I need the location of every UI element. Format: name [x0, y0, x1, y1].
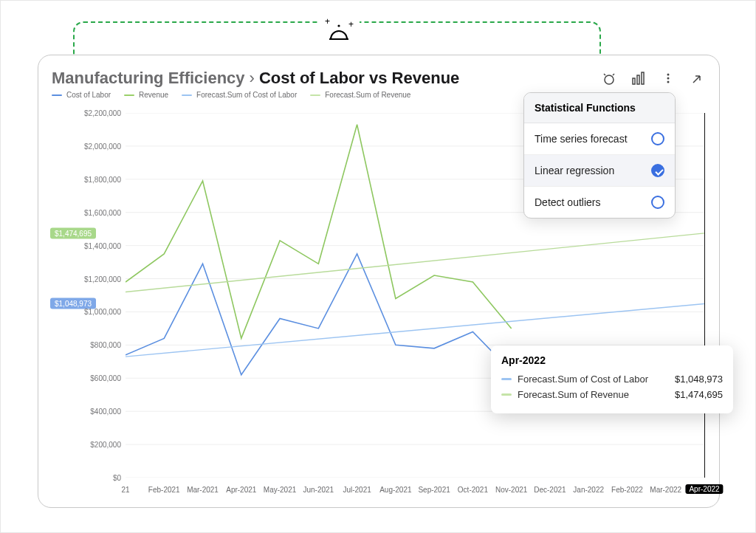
svg-line-5: [604, 74, 605, 75]
breadcrumb-root[interactable]: Manufacturing Efficiency: [52, 69, 245, 88]
svg-text:+: +: [325, 17, 330, 27]
svg-rect-8: [637, 75, 639, 84]
y-tick-label: $2,200,000: [81, 109, 121, 117]
popover-option-label: Detect outliers: [535, 196, 600, 208]
tooltip-row-value: $1,048,973: [675, 374, 723, 385]
y-tick-label: $1,200,000: [81, 275, 121, 283]
x-tick-label: Jul-2021: [343, 486, 371, 494]
y-tick-label: $2,000,000: [81, 142, 121, 150]
popover-title: Statistical Functions: [524, 93, 675, 123]
y-tick-label: $1,000,000: [81, 308, 121, 316]
tooltip-swatch-icon: [501, 378, 512, 380]
x-tick-label: Nov-2021: [495, 486, 527, 494]
y-tick-label: $1,600,000: [81, 208, 121, 216]
card-header: Manufacturing Efficiency › Cost of Labor…: [52, 69, 706, 88]
x-tick-label: Apr-2021: [226, 486, 256, 494]
y-tick-label: $1,400,000: [81, 241, 121, 250]
chart-legend: Cost of Labor Revenue Forecast.Sum of Co…: [52, 91, 410, 99]
legend-label: Forecast.Sum of Cost of Labor: [196, 91, 297, 99]
radio-checked-icon: [651, 164, 664, 177]
tooltip-row: Forecast.Sum of Revenue $1,474,695: [501, 389, 723, 400]
y-tick-label: $0: [81, 474, 121, 482]
popover-option-linear-regression[interactable]: Linear regression: [524, 155, 675, 187]
radio-icon: [651, 132, 664, 145]
svg-point-11: [667, 78, 670, 80]
legend-label: Revenue: [139, 91, 168, 99]
x-tick-label: Apr-2022: [685, 484, 723, 494]
hover-tooltip: Apr-2022 Forecast.Sum of Cost of Labor $…: [491, 345, 733, 413]
kebab-menu-icon[interactable]: [660, 70, 676, 86]
x-tick-label: Feb-2021: [148, 486, 180, 494]
svg-text:+: +: [348, 19, 354, 30]
radio-icon: [651, 196, 664, 209]
x-tick-label: Dec-2021: [534, 486, 566, 494]
svg-rect-9: [642, 72, 644, 84]
breadcrumb-sep-icon: ›: [250, 69, 255, 88]
svg-point-10: [667, 74, 670, 76]
x-tick-label: Jan-2022: [573, 486, 604, 494]
x-tick-label: Mar-2021: [187, 486, 219, 494]
collapse-icon[interactable]: [690, 70, 706, 86]
svg-line-26: [126, 233, 704, 292]
x-tick-label: Mar-2022: [650, 486, 681, 494]
x-tick-label: Aug-2021: [379, 486, 411, 494]
tooltip-row-value: $1,474,695: [675, 389, 723, 400]
chart-toolbar: [601, 70, 706, 86]
x-tick-label: Feb-2022: [611, 486, 643, 494]
activity-bell-icon: + +: [318, 16, 360, 45]
legend-label: Forecast.Sum of Revenue: [325, 91, 410, 99]
legend-item[interactable]: Revenue: [124, 91, 168, 99]
x-tick-label: Sep-2021: [418, 486, 450, 494]
bar-chart-icon[interactable]: [630, 70, 647, 86]
y-tick-label: $200,000: [81, 441, 121, 449]
hover-guideline: [704, 113, 705, 478]
stat-functions-popover: Statistical Functions Time series foreca…: [523, 92, 676, 219]
x-tick-label: May-2021: [264, 486, 296, 494]
y-tick-label: $1,800,000: [81, 175, 121, 183]
popover-option-label: Time series forecast: [535, 133, 628, 145]
forecast-icon[interactable]: [601, 70, 617, 86]
svg-line-6: [613, 74, 614, 75]
breadcrumb-current: Cost of Labor vs Revenue: [259, 69, 459, 88]
x-tick-label: 21: [121, 486, 129, 494]
regression-badge-revenue: $1,474,695: [50, 227, 96, 238]
tooltip-row-label: Forecast.Sum of Cost of Labor: [518, 374, 669, 385]
popover-option-outliers[interactable]: Detect outliers: [524, 187, 675, 218]
legend-label: Cost of Labor: [66, 91, 111, 99]
y-tick-label: $400,000: [81, 408, 121, 416]
svg-point-12: [667, 81, 670, 83]
svg-point-2: [337, 24, 340, 27]
tooltip-title: Apr-2022: [501, 354, 723, 366]
y-tick-label: $600,000: [81, 374, 121, 382]
x-tick-label: Jun-2021: [303, 486, 334, 494]
tooltip-swatch-icon: [501, 393, 512, 396]
breadcrumb[interactable]: Manufacturing Efficiency › Cost of Labor…: [52, 69, 459, 88]
popover-option-forecast[interactable]: Time series forecast: [524, 123, 675, 155]
tooltip-row-label: Forecast.Sum of Revenue: [518, 389, 669, 400]
popover-option-label: Linear regression: [535, 165, 614, 176]
svg-rect-7: [633, 78, 635, 84]
x-tick-label: Oct-2021: [458, 486, 488, 494]
y-tick-label: $800,000: [81, 341, 121, 349]
tooltip-row: Forecast.Sum of Cost of Labor $1,048,973: [501, 374, 723, 385]
legend-item[interactable]: Cost of Labor: [52, 91, 111, 99]
legend-item[interactable]: Forecast.Sum of Cost of Labor: [182, 91, 297, 99]
legend-item[interactable]: Forecast.Sum of Revenue: [310, 91, 410, 99]
svg-point-4: [605, 75, 614, 84]
